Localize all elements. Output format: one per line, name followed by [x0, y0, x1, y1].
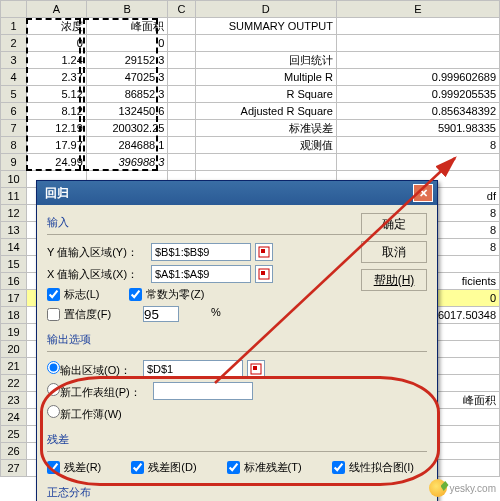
cell[interactable] — [336, 52, 499, 69]
col-header-C[interactable]: C — [168, 1, 195, 18]
help-button[interactable]: 帮助(H) — [361, 269, 427, 291]
row-header[interactable]: 8 — [1, 137, 27, 154]
cell[interactable]: 峰面积 — [86, 18, 168, 35]
corner-cell[interactable] — [1, 1, 27, 18]
cell[interactable]: 17.97 — [27, 137, 87, 154]
row-header[interactable]: 14 — [1, 239, 27, 256]
row-header[interactable]: 7 — [1, 120, 27, 137]
cell[interactable] — [195, 154, 336, 171]
row-header[interactable]: 20 — [1, 341, 27, 358]
row-header[interactable]: 13 — [1, 222, 27, 239]
row-header[interactable]: 18 — [1, 307, 27, 324]
col-header-D[interactable]: D — [195, 1, 336, 18]
ok-button[interactable]: 确定 — [361, 213, 427, 235]
cell[interactable] — [168, 69, 195, 86]
residuals-checkbox[interactable]: 残差(R) — [47, 460, 101, 475]
row-header[interactable]: 23 — [1, 392, 27, 409]
cell[interactable]: 0.856348392 — [336, 103, 499, 120]
close-button[interactable]: ✕ — [413, 184, 433, 202]
row-header[interactable]: 4 — [1, 69, 27, 86]
row-header[interactable]: 16 — [1, 273, 27, 290]
cell[interactable]: 5901.98335 — [336, 120, 499, 137]
cell[interactable] — [168, 154, 195, 171]
new-worksheet-input[interactable] — [153, 382, 253, 400]
row-header[interactable]: 12 — [1, 205, 27, 222]
cell[interactable]: 0.999602689 — [336, 69, 499, 86]
row-header[interactable]: 27 — [1, 460, 27, 477]
cell[interactable] — [168, 86, 195, 103]
col-header-A[interactable]: A — [27, 1, 87, 18]
cell[interactable]: 0.999205535 — [336, 86, 499, 103]
cell[interactable]: 1.24 — [27, 52, 87, 69]
cell[interactable]: 0 — [86, 35, 168, 52]
cell[interactable]: 标准误差 — [195, 120, 336, 137]
labels-checkbox[interactable]: 标志(L) — [47, 287, 99, 302]
line-fit-checkbox[interactable]: 线性拟合图(I) — [332, 460, 414, 475]
cell[interactable]: 29152.3 — [86, 52, 168, 69]
row-header[interactable]: 26 — [1, 443, 27, 460]
cell[interactable]: 5.12 — [27, 86, 87, 103]
cell[interactable]: 观测值 — [195, 137, 336, 154]
row-header[interactable]: 15 — [1, 256, 27, 273]
cell[interactable]: SUMMARY OUTPUT — [195, 18, 336, 35]
row-header[interactable]: 5 — [1, 86, 27, 103]
row-header[interactable]: 11 — [1, 188, 27, 205]
output-range-radio[interactable]: 输出区域(O)： — [47, 361, 131, 378]
cell[interactable] — [336, 18, 499, 35]
range-picker-icon[interactable] — [255, 265, 273, 283]
cell[interactable]: 396988.3 — [86, 154, 168, 171]
cell[interactable]: R Square — [195, 86, 336, 103]
row-header[interactable]: 21 — [1, 358, 27, 375]
cell[interactable] — [336, 154, 499, 171]
cell[interactable]: 2.37 — [27, 69, 87, 86]
row-header[interactable]: 19 — [1, 324, 27, 341]
cell[interactable]: 86852.3 — [86, 86, 168, 103]
row-header[interactable]: 6 — [1, 103, 27, 120]
row-header[interactable]: 2 — [1, 35, 27, 52]
cell[interactable]: 浓度 — [27, 18, 87, 35]
col-header-E[interactable]: E — [336, 1, 499, 18]
new-worksheet-radio[interactable]: 新工作表组(P)： — [47, 383, 141, 400]
cell[interactable]: 284688.1 — [86, 137, 168, 154]
row-header[interactable]: 9 — [1, 154, 27, 171]
cell[interactable] — [168, 137, 195, 154]
y-range-input[interactable] — [151, 243, 251, 261]
x-range-input[interactable] — [151, 265, 251, 283]
row-header[interactable]: 25 — [1, 426, 27, 443]
cell[interactable]: 回归统计 — [195, 52, 336, 69]
range-picker-icon[interactable] — [255, 243, 273, 261]
row-header[interactable]: 10 — [1, 171, 27, 188]
cell[interactable]: 132450.6 — [86, 103, 168, 120]
cancel-button[interactable]: 取消 — [361, 241, 427, 263]
col-header-B[interactable]: B — [86, 1, 168, 18]
cell[interactable] — [168, 35, 195, 52]
cell[interactable]: Adjusted R Square — [195, 103, 336, 120]
cell[interactable]: 8.12 — [27, 103, 87, 120]
cell[interactable] — [168, 52, 195, 69]
row-header[interactable]: 22 — [1, 375, 27, 392]
row-header[interactable]: 3 — [1, 52, 27, 69]
cell[interactable]: 47025.3 — [86, 69, 168, 86]
confidence-checkbox[interactable]: 置信度(F) — [47, 306, 111, 322]
cell[interactable]: 8 — [336, 137, 499, 154]
output-range-input[interactable] — [143, 360, 243, 378]
range-picker-icon[interactable] — [247, 360, 265, 378]
cell[interactable] — [168, 120, 195, 137]
new-workbook-radio[interactable]: 新工作薄(W) — [47, 405, 122, 422]
row-header[interactable]: 24 — [1, 409, 27, 426]
confidence-input[interactable] — [143, 306, 179, 322]
cell[interactable]: 200302.25 — [86, 120, 168, 137]
cell[interactable] — [168, 103, 195, 120]
std-residuals-checkbox[interactable]: 标准残差(T) — [227, 460, 302, 475]
cell[interactable]: Multiple R — [195, 69, 336, 86]
residual-plot-checkbox[interactable]: 残差图(D) — [131, 460, 196, 475]
cell[interactable]: 0 — [27, 35, 87, 52]
cell[interactable]: 12.19 — [27, 120, 87, 137]
row-header[interactable]: 17 — [1, 290, 27, 307]
cell[interactable]: 24.99 — [27, 154, 87, 171]
cell[interactable] — [336, 35, 499, 52]
cell[interactable] — [195, 35, 336, 52]
zero-checkbox[interactable]: 常数为零(Z) — [129, 287, 204, 302]
cell[interactable] — [168, 18, 195, 35]
row-header[interactable]: 1 — [1, 18, 27, 35]
